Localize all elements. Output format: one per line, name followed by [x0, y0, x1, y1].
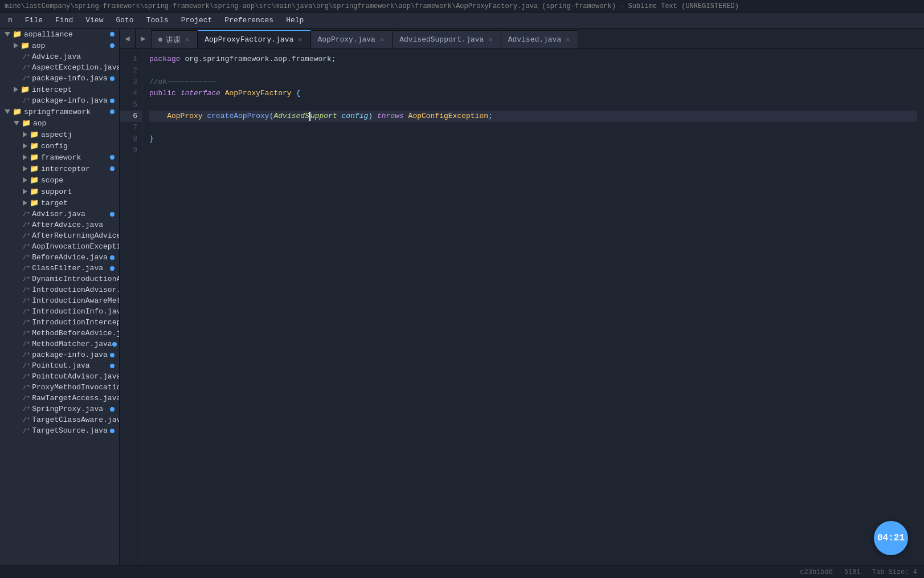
sidebar-item-introductionawaremetho[interactable]: /* IntroductionAwareMetho [0, 295, 119, 306]
status-dot [110, 32, 115, 36]
sidebar-item-springframework[interactable]: 📁 springframework [0, 106, 119, 117]
sidebar-item-config[interactable]: 📁 config [0, 140, 119, 152]
line-num-9: 9 [120, 145, 142, 156]
sidebar-label: BeforeAdvice.java [32, 253, 108, 262]
line-num-8: 8 [120, 133, 142, 145]
sidebar-label: PointcutAdvisor.java [32, 372, 119, 381]
sidebar-label: framework [41, 153, 81, 162]
folder-triangle-icon [23, 143, 27, 149]
menu-n[interactable]: n [2, 14, 18, 27]
line-num-2: 2 [120, 65, 142, 76]
sidebar-label: DynamicIntroductionAdv [32, 275, 119, 283]
tab-close-btn[interactable]: ✕ [184, 35, 190, 44]
code-editor[interactable]: package org.springframework.aop.framewor… [142, 49, 924, 565]
tab-nav-prev[interactable]: ◀ [120, 29, 136, 48]
sidebar-label: package-info.java [32, 96, 108, 105]
code-line-2 [149, 65, 917, 76]
menu-goto[interactable]: Goto [110, 14, 139, 27]
sidebar-item-aspectexception[interactable]: /* AspectException.java [0, 62, 119, 73]
sidebar-item-aspectj[interactable]: 📁 aspectj [0, 129, 119, 140]
sidebar[interactable]: 📁 aopalliance 📁 aop /* Advice.java /* As… [0, 29, 120, 565]
tab-nav-next[interactable]: ▶ [136, 29, 152, 48]
tab-label: Advised.java [508, 35, 562, 44]
sidebar-item-springproxy[interactable]: /* SpringProxy.java [0, 404, 119, 414]
tab-aopproxyfactory[interactable]: AopProxyFactory.java ✕ [198, 30, 310, 48]
sidebar-item-package-info-1[interactable]: /* package-info.java [0, 73, 119, 84]
folder-icon: 📁 [30, 187, 39, 196]
sidebar-item-targetsource[interactable]: /* TargetSource.java [0, 425, 119, 436]
sidebar-item-aop-1[interactable]: 📁 aop [0, 40, 119, 51]
sidebar-label: MethodBeforeAdvice.jav [32, 329, 119, 337]
sidebar-item-pointcut[interactable]: /* Pointcut.java [0, 360, 119, 371]
sidebar-label: IntroductionInfo.java [32, 307, 119, 316]
tab-label: AdvisedSupport.java [399, 35, 484, 44]
sidebar-item-proxymethodinvocation[interactable]: /* ProxyMethodInvocation.j [0, 382, 119, 393]
sidebar-item-aop-2[interactable]: 📁 aop [0, 117, 119, 129]
folder-icon: 📁 [30, 130, 39, 139]
sidebar-item-aopinvocationexception[interactable]: /* AopInvocationException. [0, 241, 119, 252]
code-line-1: package org.springframework.aop.framewor… [149, 54, 917, 65]
editor-content[interactable]: 1 2 3 4 5 6 7 8 9 package org.springfram… [120, 49, 924, 565]
sidebar-item-pointcutadvisor[interactable]: /* PointcutAdvisor.java [0, 371, 119, 382]
folder-triangle-icon [23, 189, 27, 194]
tab-label: AopProxyFactory.java [205, 35, 293, 44]
sidebar-item-methodbeforeadvice[interactable]: /* MethodBeforeAdvice.jav [0, 328, 119, 339]
sidebar-label: AfterReturningAdvice.jav [32, 231, 119, 240]
tab-advised[interactable]: Advised.java ✕ [501, 30, 579, 48]
sidebar-item-aopalliance[interactable]: 📁 aopalliance [0, 29, 119, 40]
menu-file[interactable]: File [19, 14, 48, 27]
folder-icon: 📁 [21, 41, 30, 50]
sidebar-label: IntroductionInterceptor. [32, 318, 119, 327]
tab-close-btn[interactable]: ✕ [565, 35, 571, 44]
sidebar-item-classfilter[interactable]: /* ClassFilter.java [0, 263, 119, 274]
menu-tools[interactable]: Tools [141, 14, 174, 27]
timer-badge[interactable]: 04:21 [874, 521, 908, 555]
sidebar-item-methodmatcher[interactable]: /* MethodMatcher.java [0, 339, 119, 349]
menu-view[interactable]: View [80, 14, 109, 27]
menu-help[interactable]: Help [280, 14, 309, 27]
line-num-3: 3 [120, 76, 142, 88]
sidebar-item-introductionadvisor[interactable]: /* IntroductionAdvisor.java [0, 284, 119, 295]
sidebar-item-framework[interactable]: 📁 framework [0, 152, 119, 163]
timer-display: 04:21 [877, 533, 905, 543]
sidebar-item-package-info-3[interactable]: /* package-info.java [0, 349, 119, 360]
sidebar-item-package-info-2[interactable]: /* package-info.java [0, 95, 119, 106]
sidebar-item-dynamicintroductionadv[interactable]: /* DynamicIntroductionAdv [0, 274, 119, 284]
folder-icon: 📁 [13, 107, 22, 116]
folder-triangle-icon [23, 177, 27, 183]
sidebar-label: MethodMatcher.java [32, 340, 112, 348]
sidebar-item-introductioninterceptor[interactable]: /* IntroductionInterceptor. [0, 317, 119, 328]
line-num-4: 4 [120, 88, 142, 99]
sidebar-item-afteradvice[interactable]: /* AfterAdvice.java [0, 219, 119, 230]
sidebar-item-scope[interactable]: 📁 scope [0, 174, 119, 186]
status-dot [110, 407, 115, 412]
tab-close-btn[interactable]: ✕ [487, 35, 493, 44]
sidebar-item-introductioninfo[interactable]: /* IntroductionInfo.java [0, 306, 119, 317]
sidebar-item-afterreturningadvice[interactable]: /* AfterReturningAdvice.jav [0, 230, 119, 241]
sidebar-item-interceptor[interactable]: 📁 interceptor [0, 163, 119, 174]
tab-close-btn[interactable]: ✕ [297, 35, 303, 44]
status-dot [110, 99, 115, 103]
sidebar-item-beforeadvice[interactable]: /* BeforeAdvice.java [0, 252, 119, 263]
menu-preferences[interactable]: Preferences [219, 14, 279, 27]
sidebar-item-target[interactable]: 📁 target [0, 197, 119, 209]
sidebar-item-rawtargetaccess[interactable]: /* RawTargetAccess.java [0, 393, 119, 404]
tab-aopproxy[interactable]: AopProxy.java ✕ [311, 30, 393, 48]
tab-close-btn[interactable]: ✕ [379, 35, 385, 44]
sidebar-item-advice[interactable]: /* Advice.java [0, 51, 119, 62]
tab-unnamed[interactable]: 讲课 ✕ [152, 30, 198, 48]
sidebar-item-advisor[interactable]: /* Advisor.java [0, 209, 119, 219]
status-dot [110, 353, 115, 357]
menu-find[interactable]: Find [50, 14, 79, 27]
folder-triangle-icon [14, 121, 19, 125]
folder-icon: 📁 [13, 30, 22, 39]
sidebar-label: aopalliance [24, 30, 73, 39]
status-dot [110, 166, 115, 171]
menu-project[interactable]: Project [175, 14, 218, 27]
sidebar-item-targetclassaware[interactable]: /* TargetClassAware.java [0, 414, 119, 425]
sidebar-label: AfterAdvice.java [32, 221, 103, 229]
status-line-count: 5181 [844, 568, 861, 576]
sidebar-item-support[interactable]: 📁 support [0, 186, 119, 197]
sidebar-item-intercept[interactable]: 📁 intercept [0, 84, 119, 95]
tab-advisedsupport[interactable]: AdvisedSupport.java ✕ [393, 30, 501, 48]
